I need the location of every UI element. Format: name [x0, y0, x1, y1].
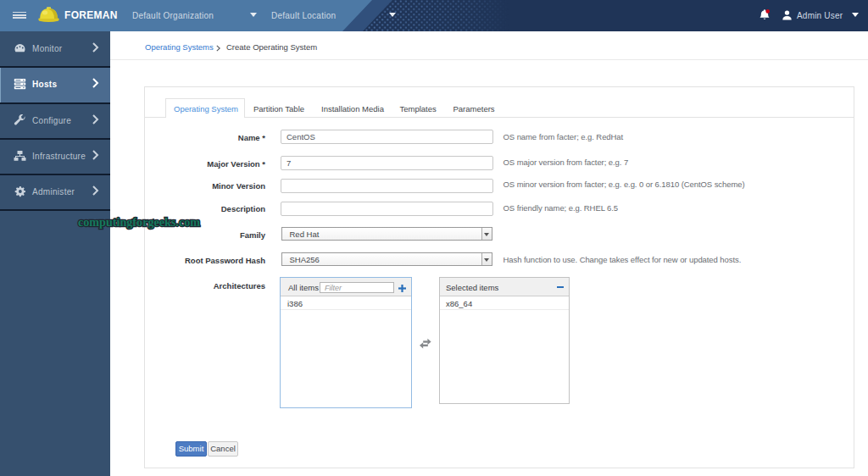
svg-text:computingforgeeks.com: computingforgeeks.com: [78, 214, 200, 229]
